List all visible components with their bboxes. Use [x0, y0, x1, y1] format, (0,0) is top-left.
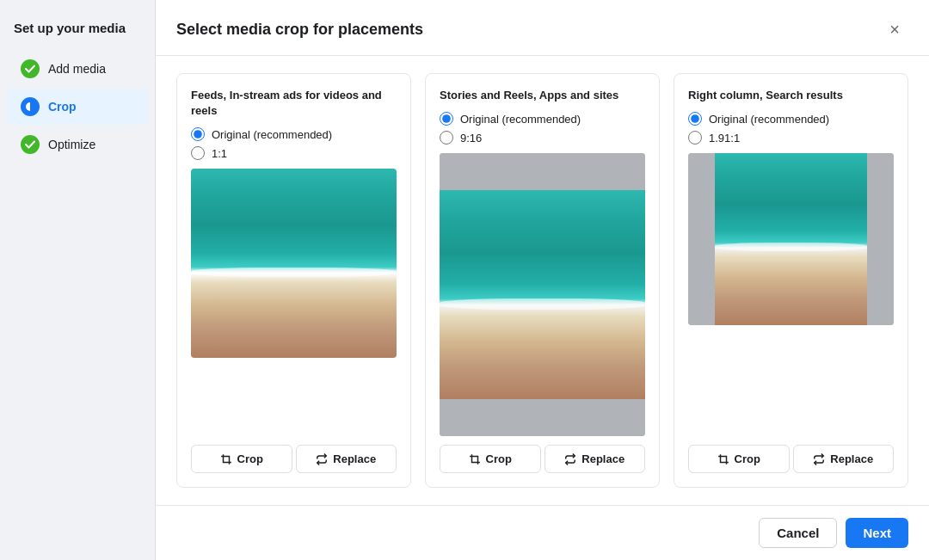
stories-crop-icon [469, 453, 481, 465]
radio-right-column-original[interactable]: Original (recommended) [688, 112, 894, 126]
stories-replace-icon [564, 453, 576, 465]
add-media-icon [21, 59, 40, 78]
cancel-button[interactable]: Cancel [759, 518, 837, 548]
placement-card-right-column: Right column, Search results Original (r… [674, 73, 908, 488]
sidebar-item-label-optimize: Optimize [48, 138, 95, 151]
stories-replace-button[interactable]: Replace [544, 445, 646, 473]
feeds-crop-button[interactable]: Crop [191, 445, 292, 473]
feeds-replace-label: Replace [333, 452, 376, 465]
right-column-actions: Crop Replace [688, 445, 894, 473]
placement-title-feeds: Feeds, In-stream ads for videos and reel… [191, 88, 397, 119]
radio-stories-original-label: Original (recommended) [460, 113, 581, 126]
dialog-overlay: Select media crop for placements × Feeds… [155, 0, 929, 560]
radio-feeds-1-1-input[interactable] [191, 146, 205, 160]
crop-icon [21, 97, 40, 116]
stories-crop-label: Crop [486, 452, 512, 465]
stories-actions: Crop Replace [440, 445, 645, 473]
right-column-image [688, 153, 894, 325]
sidebar-item-label-add-media: Add media [48, 62, 106, 76]
dialog-header: Select media crop for placements × [156, 0, 929, 56]
radio-stories-9-16-label: 9:16 [460, 132, 482, 145]
radio-group-stories: Original (recommended) 9:16 [440, 112, 645, 145]
stories-crop-button[interactable]: Crop [440, 445, 541, 473]
radio-right-column-original-input[interactable] [688, 112, 702, 126]
radio-feeds-1-1[interactable]: 1:1 [191, 146, 397, 160]
feeds-actions: Crop Replace [191, 445, 397, 473]
right-column-replace-button[interactable]: Replace [793, 445, 895, 473]
right-column-replace-icon [813, 453, 825, 465]
sidebar-item-label-crop: Crop [48, 100, 77, 114]
next-button[interactable]: Next [846, 518, 908, 548]
feeds-crop-label: Crop [237, 452, 263, 465]
placement-card-stories: Stories and Reels, Apps and sites Origin… [425, 73, 660, 488]
sidebar-item-crop[interactable]: Crop [7, 89, 148, 125]
radio-right-column-original-label: Original (recommended) [709, 113, 829, 126]
feeds-image [191, 169, 397, 358]
placement-card-feeds: Feeds, In-stream ads for videos and reel… [176, 73, 411, 488]
stories-replace-label: Replace [581, 452, 624, 465]
radio-feeds-original-label: Original (recommended) [212, 128, 332, 141]
radio-right-column-1-91-1-label: 1.91:1 [709, 132, 740, 145]
radio-right-column-1-91-1[interactable]: 1.91:1 [688, 131, 894, 145]
dialog-title: Select media crop for placements [176, 21, 423, 39]
right-column-replace-label: Replace [830, 452, 873, 465]
radio-stories-9-16[interactable]: 9:16 [440, 131, 645, 145]
feeds-replace-button[interactable]: Replace [296, 445, 397, 473]
radio-feeds-original-input[interactable] [191, 127, 205, 141]
radio-group-right-column: Original (recommended) 1.91:1 [688, 112, 894, 145]
placement-title-stories: Stories and Reels, Apps and sites [440, 88, 645, 103]
radio-stories-9-16-input[interactable] [440, 131, 453, 145]
sidebar-item-add-media[interactable]: Add media [7, 51, 148, 87]
optimize-icon [21, 135, 40, 154]
right-column-crop-icon [717, 453, 729, 465]
dialog-footer: Cancel Next [156, 505, 929, 560]
right-column-crop-button[interactable]: Crop [688, 445, 790, 473]
dialog: Select media crop for placements × Feeds… [155, 0, 929, 560]
stories-image [440, 153, 645, 436]
sidebar: Set up your media Add media Crop Optimiz… [0, 0, 155, 560]
right-column-crop-label: Crop [735, 452, 760, 465]
sidebar-item-optimize[interactable]: Optimize [7, 126, 148, 163]
radio-right-column-1-91-1-input[interactable] [688, 131, 702, 145]
radio-group-feeds: Original (recommended) 1:1 [191, 127, 397, 160]
radio-stories-original-input[interactable] [440, 112, 453, 126]
sidebar-title: Set up your media [0, 14, 155, 49]
radio-feeds-original[interactable]: Original (recommended) [191, 127, 397, 141]
crop-btn-icon [220, 453, 232, 465]
close-button[interactable]: × [881, 15, 908, 43]
replace-btn-icon [316, 453, 328, 465]
radio-feeds-1-1-label: 1:1 [212, 147, 227, 160]
placement-title-right-column: Right column, Search results [688, 88, 894, 103]
dialog-content: Feeds, In-stream ads for videos and reel… [156, 56, 929, 505]
radio-stories-original[interactable]: Original (recommended) [440, 112, 645, 126]
